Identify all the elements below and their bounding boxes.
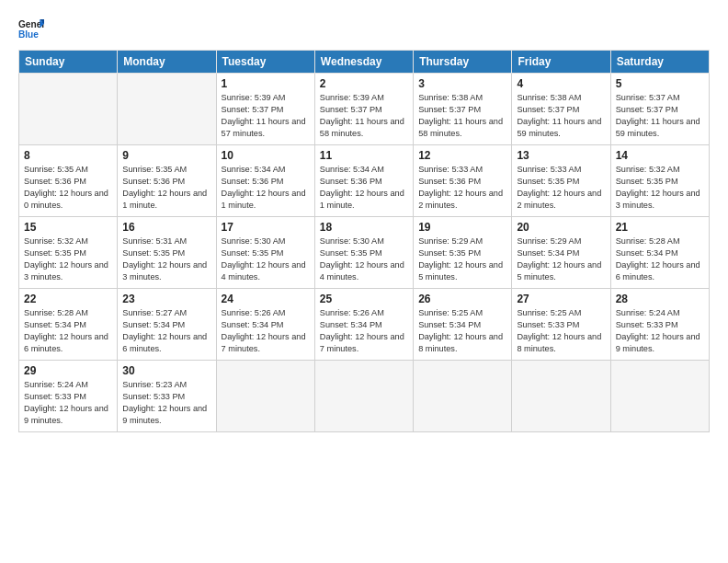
day-number: 29 — [24, 364, 112, 377]
day-number: 4 — [517, 77, 605, 90]
day-number: 25 — [320, 293, 408, 305]
day-info: Sunrise: 5:30 AM Sunset: 5:35 PM Dayligh… — [320, 236, 408, 283]
day-cell-12: 12 Sunrise: 5:33 AM Sunset: 5:36 PM Dayl… — [414, 145, 512, 217]
day-cell-27: 27 Sunrise: 5:25 AM Sunset: 5:33 PM Dayl… — [512, 289, 610, 361]
day-info: Sunrise: 5:33 AM Sunset: 5:36 PM Dayligh… — [418, 164, 506, 212]
day-cell-20: 20 Sunrise: 5:29 AM Sunset: 5:34 PM Dayl… — [512, 217, 610, 289]
day-info: Sunrise: 5:37 AM Sunset: 5:37 PM Dayligh… — [616, 92, 704, 140]
day-cell-26: 26 Sunrise: 5:25 AM Sunset: 5:34 PM Dayl… — [414, 289, 512, 361]
day-cell-15: 15 Sunrise: 5:32 AM Sunset: 5:35 PM Dayl… — [19, 217, 118, 289]
day-info: Sunrise: 5:24 AM Sunset: 5:33 PM Dayligh… — [24, 379, 112, 427]
day-info: Sunrise: 5:24 AM Sunset: 5:33 PM Dayligh… — [616, 307, 704, 355]
empty-cell — [314, 361, 413, 432]
day-cell-30: 30 Sunrise: 5:23 AM Sunset: 5:33 PM Dayl… — [118, 361, 216, 432]
day-number: 2 — [320, 77, 408, 90]
day-info: Sunrise: 5:25 AM Sunset: 5:33 PM Dayligh… — [517, 307, 605, 355]
empty-cell — [118, 74, 216, 145]
day-number: 21 — [616, 221, 704, 234]
day-info: Sunrise: 5:29 AM Sunset: 5:34 PM Dayligh… — [517, 236, 605, 283]
day-number: 22 — [24, 293, 112, 305]
calendar-table: SundayMondayTuesdayWednesdayThursdayFrid… — [18, 50, 710, 432]
day-number: 11 — [320, 149, 408, 162]
day-info: Sunrise: 5:38 AM Sunset: 5:37 PM Dayligh… — [517, 92, 605, 140]
day-cell-16: 16 Sunrise: 5:31 AM Sunset: 5:35 PM Dayl… — [118, 217, 216, 289]
day-number: 23 — [122, 293, 210, 305]
empty-cell — [414, 361, 512, 432]
weekday-monday: Monday — [118, 51, 216, 74]
day-info: Sunrise: 5:26 AM Sunset: 5:34 PM Dayligh… — [222, 307, 310, 355]
weekday-header-row: SundayMondayTuesdayWednesdayThursdayFrid… — [19, 51, 710, 74]
day-info: Sunrise: 5:23 AM Sunset: 5:33 PM Dayligh… — [122, 379, 210, 427]
day-cell-9: 9 Sunrise: 5:35 AM Sunset: 5:36 PM Dayli… — [118, 145, 216, 217]
day-cell-22: 22 Sunrise: 5:28 AM Sunset: 5:34 PM Dayl… — [19, 289, 118, 361]
day-info: Sunrise: 5:31 AM Sunset: 5:35 PM Dayligh… — [122, 236, 210, 283]
day-info: Sunrise: 5:28 AM Sunset: 5:34 PM Dayligh… — [616, 236, 704, 283]
day-number: 5 — [616, 77, 704, 90]
day-cell-10: 10 Sunrise: 5:34 AM Sunset: 5:36 PM Dayl… — [216, 145, 314, 217]
day-info: Sunrise: 5:39 AM Sunset: 5:37 PM Dayligh… — [320, 92, 408, 140]
day-info: Sunrise: 5:35 AM Sunset: 5:36 PM Dayligh… — [24, 164, 112, 212]
day-number: 10 — [222, 149, 310, 162]
day-cell-29: 29 Sunrise: 5:24 AM Sunset: 5:33 PM Dayl… — [19, 361, 118, 432]
day-number: 30 — [122, 364, 210, 377]
day-number: 12 — [418, 149, 506, 162]
day-info: Sunrise: 5:32 AM Sunset: 5:35 PM Dayligh… — [616, 164, 704, 212]
day-cell-8: 8 Sunrise: 5:35 AM Sunset: 5:36 PM Dayli… — [19, 145, 118, 217]
day-number: 17 — [222, 221, 310, 234]
logo: General Blue — [18, 17, 48, 42]
calendar-week-1: 1 Sunrise: 5:39 AM Sunset: 5:37 PM Dayli… — [19, 74, 710, 145]
weekday-sunday: Sunday — [19, 51, 118, 74]
weekday-wednesday: Wednesday — [314, 51, 413, 74]
calendar-week-4: 22 Sunrise: 5:28 AM Sunset: 5:34 PM Dayl… — [19, 289, 710, 361]
empty-cell — [610, 361, 709, 432]
day-info: Sunrise: 5:27 AM Sunset: 5:34 PM Dayligh… — [122, 307, 210, 355]
day-info: Sunrise: 5:34 AM Sunset: 5:36 PM Dayligh… — [320, 164, 408, 212]
day-info: Sunrise: 5:33 AM Sunset: 5:35 PM Dayligh… — [517, 164, 605, 212]
day-cell-25: 25 Sunrise: 5:26 AM Sunset: 5:34 PM Dayl… — [314, 289, 413, 361]
day-info: Sunrise: 5:34 AM Sunset: 5:36 PM Dayligh… — [222, 164, 310, 212]
day-cell-4: 4 Sunrise: 5:38 AM Sunset: 5:37 PM Dayli… — [512, 74, 610, 145]
logo-icon: General Blue — [18, 17, 44, 42]
day-cell-2: 2 Sunrise: 5:39 AM Sunset: 5:37 PM Dayli… — [314, 74, 413, 145]
empty-cell — [216, 361, 314, 432]
day-number: 13 — [517, 149, 605, 162]
day-cell-14: 14 Sunrise: 5:32 AM Sunset: 5:35 PM Dayl… — [610, 145, 709, 217]
day-number: 20 — [517, 221, 605, 234]
empty-cell — [512, 361, 610, 432]
day-info: Sunrise: 5:29 AM Sunset: 5:35 PM Dayligh… — [418, 236, 506, 283]
day-cell-23: 23 Sunrise: 5:27 AM Sunset: 5:34 PM Dayl… — [118, 289, 216, 361]
weekday-friday: Friday — [512, 51, 610, 74]
day-info: Sunrise: 5:30 AM Sunset: 5:35 PM Dayligh… — [222, 236, 310, 283]
day-cell-17: 17 Sunrise: 5:30 AM Sunset: 5:35 PM Dayl… — [216, 217, 314, 289]
day-cell-1: 1 Sunrise: 5:39 AM Sunset: 5:37 PM Dayli… — [216, 74, 314, 145]
day-number: 26 — [418, 293, 506, 305]
day-cell-19: 19 Sunrise: 5:29 AM Sunset: 5:35 PM Dayl… — [414, 217, 512, 289]
day-number: 19 — [418, 221, 506, 234]
day-number: 15 — [24, 221, 112, 234]
day-number: 1 — [222, 77, 310, 90]
day-info: Sunrise: 5:26 AM Sunset: 5:34 PM Dayligh… — [320, 307, 408, 355]
day-number: 8 — [24, 149, 112, 162]
day-number: 9 — [122, 149, 210, 162]
day-number: 28 — [616, 293, 704, 305]
weekday-thursday: Thursday — [414, 51, 512, 74]
day-number: 14 — [616, 149, 704, 162]
day-info: Sunrise: 5:35 AM Sunset: 5:36 PM Dayligh… — [122, 164, 210, 212]
page: General Blue SundayMondayTuesdayWednesda… — [0, 0, 728, 563]
day-info: Sunrise: 5:39 AM Sunset: 5:37 PM Dayligh… — [222, 92, 310, 140]
day-info: Sunrise: 5:28 AM Sunset: 5:34 PM Dayligh… — [24, 307, 112, 355]
day-cell-5: 5 Sunrise: 5:37 AM Sunset: 5:37 PM Dayli… — [610, 74, 709, 145]
day-number: 18 — [320, 221, 408, 234]
day-number: 24 — [222, 293, 310, 305]
day-cell-11: 11 Sunrise: 5:34 AM Sunset: 5:36 PM Dayl… — [314, 145, 413, 217]
calendar-week-5: 29 Sunrise: 5:24 AM Sunset: 5:33 PM Dayl… — [19, 361, 710, 432]
empty-cell — [19, 74, 118, 145]
weekday-saturday: Saturday — [610, 51, 709, 74]
day-cell-18: 18 Sunrise: 5:30 AM Sunset: 5:35 PM Dayl… — [314, 217, 413, 289]
day-info: Sunrise: 5:32 AM Sunset: 5:35 PM Dayligh… — [24, 236, 112, 283]
day-cell-28: 28 Sunrise: 5:24 AM Sunset: 5:33 PM Dayl… — [610, 289, 709, 361]
day-cell-13: 13 Sunrise: 5:33 AM Sunset: 5:35 PM Dayl… — [512, 145, 610, 217]
header: General Blue — [18, 17, 710, 42]
day-number: 16 — [122, 221, 210, 234]
day-cell-21: 21 Sunrise: 5:28 AM Sunset: 5:34 PM Dayl… — [610, 217, 709, 289]
